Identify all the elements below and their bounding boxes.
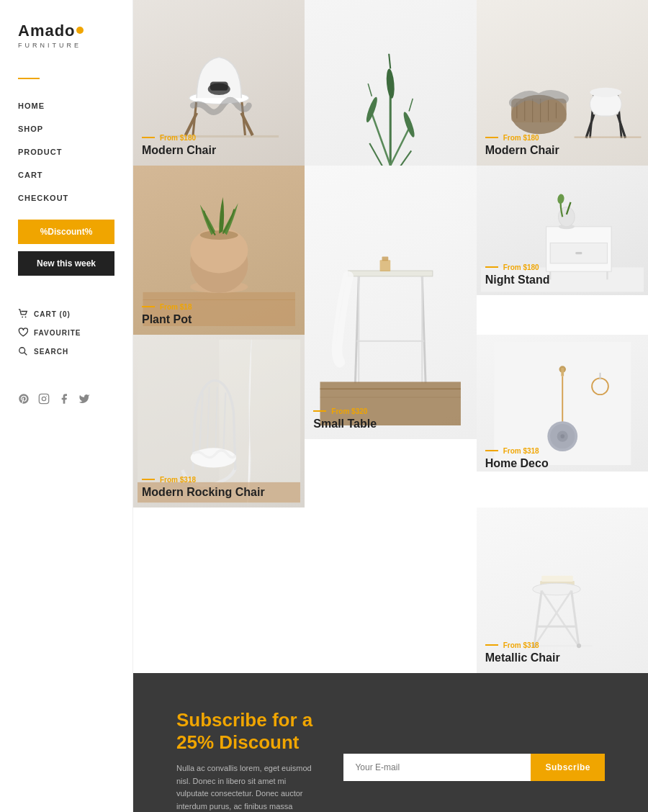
sidebar: Amado FURNITURE HOME SHOP PRODUCT CART C…	[0, 0, 133, 812]
svg-rect-70	[382, 256, 389, 261]
product-info-10: From $318 Metallic Chair	[485, 641, 560, 664]
svg-point-2	[19, 348, 25, 353]
twitter-icon[interactable]	[78, 393, 90, 405]
favourite-label: FAVOURITE	[34, 329, 81, 337]
product-name-6: Night Stand	[485, 273, 550, 287]
product-from-4: From $18	[142, 303, 192, 311]
svg-point-5	[42, 397, 45, 400]
svg-rect-44	[574, 136, 641, 137]
svg-rect-69	[380, 260, 391, 271]
cart-action[interactable]: CART (0)	[18, 304, 114, 323]
subscribe-title-highlight: 25% Discount	[176, 731, 300, 753]
product-name-3: Modern Chair	[485, 143, 559, 157]
svg-line-29	[409, 99, 413, 112]
product-card-6[interactable]: From $180 Night Stand	[477, 166, 648, 295]
search-icon	[18, 346, 28, 356]
logo-area: Amado FURNITURE	[0, 14, 132, 71]
cart-label: CART (0)	[34, 310, 71, 318]
discount-button[interactable]: %Discount%	[18, 220, 114, 244]
product-from-6: From $180	[485, 263, 550, 271]
facebook-icon[interactable]	[58, 393, 70, 405]
svg-rect-91	[541, 575, 572, 581]
product-from-1: From $180	[142, 134, 216, 142]
subscribe-desc: Nulla ac convallis lorem, eget euismod n…	[176, 762, 315, 812]
product-name-5: Small Table	[313, 417, 377, 430]
svg-line-27	[389, 54, 390, 69]
product-card-8[interactable]: From $318 Home Deco	[477, 335, 648, 479]
product-info-7: From $318 Modern Rocking Chair	[142, 476, 265, 499]
smalltable-illustration	[313, 179, 467, 425]
svg-rect-81	[561, 368, 564, 376]
svg-rect-54	[575, 251, 582, 253]
nav-item-home[interactable]: HOME	[18, 94, 114, 117]
product-info-5: From $320 Small Table	[313, 407, 377, 430]
product-card-1[interactable]: From $180 Modern Chair	[133, 0, 305, 166]
nav-item-cart[interactable]: CART	[18, 163, 114, 186]
product-card-3[interactable]: From $180 Modern Chair	[477, 0, 648, 166]
svg-line-20	[372, 114, 391, 166]
subscribe-left: Subscribe for a 25% Discount Nulla ac co…	[176, 709, 315, 812]
svg-point-25	[364, 96, 379, 123]
svg-point-86	[560, 434, 564, 438]
nav-menu: HOME SHOP PRODUCT CART CHECKOUT	[0, 94, 132, 209]
pinterest-icon[interactable]	[18, 393, 30, 405]
product-from-5: From $320	[313, 407, 377, 415]
product-info-6: From $180 Night Stand	[485, 263, 550, 287]
product-from-10: From $318	[485, 641, 560, 649]
svg-point-100	[576, 643, 580, 647]
nav-item-shop[interactable]: SHOP	[18, 117, 114, 140]
svg-line-28	[368, 84, 372, 96]
search-label: SEARCH	[34, 348, 68, 356]
subscribe-form: Subscribe	[343, 754, 605, 781]
product-grid: From $180 Modern Chair	[133, 0, 648, 673]
product-card-7[interactable]: From $318 Modern Rocking Chair	[133, 335, 305, 508]
svg-point-0	[22, 317, 23, 318]
cart-icon	[18, 309, 28, 319]
main-content: From $180 Modern Chair	[133, 0, 648, 812]
svg-point-92	[532, 583, 580, 595]
svg-line-21	[390, 128, 409, 166]
svg-point-6	[46, 396, 47, 397]
sidebar-icons: CART (0) FAVOURITE SEARCH	[0, 294, 132, 371]
product-card-4[interactable]: From $18 Plant Pot	[133, 166, 305, 335]
new-week-button[interactable]: New this week	[18, 251, 114, 276]
svg-line-3	[24, 353, 27, 356]
product-card-5[interactable]: From $320 Small Table	[305, 166, 476, 439]
svg-point-43	[590, 88, 621, 97]
product-info-4: From $18 Plant Pot	[142, 303, 192, 326]
sidebar-buttons: %Discount% New this week	[0, 209, 132, 287]
svg-point-26	[402, 111, 417, 138]
svg-point-50	[200, 230, 238, 240]
search-action[interactable]: SEARCH	[18, 342, 114, 361]
favourite-action[interactable]: FAVOURITE	[18, 323, 114, 342]
product-info-3: From $180 Modern Chair	[485, 134, 559, 157]
subscribe-title-plain: Subscribe for a	[176, 709, 312, 731]
email-input[interactable]	[343, 754, 531, 781]
svg-rect-4	[39, 394, 48, 403]
instagram-icon[interactable]	[38, 393, 50, 405]
social-icons	[0, 379, 132, 419]
nav-item-product[interactable]: PRODUCT	[18, 140, 114, 163]
subscribe-section: Subscribe for a 25% Discount Nulla ac co…	[133, 673, 648, 812]
svg-rect-60	[348, 271, 433, 276]
product-name-10: Metallic Chair	[485, 651, 560, 664]
logo-dot	[76, 27, 84, 34]
product-info-1: From $180 Modern Chair	[142, 134, 216, 157]
product-from-8: From $318	[485, 447, 549, 455]
product-name-8: Home Deco	[485, 456, 549, 470]
brand-sub: FURNITURE	[18, 42, 114, 49]
product-info-8: From $318 Home Deco	[485, 447, 549, 470]
product-name-7: Modern Rocking Chair	[142, 485, 265, 499]
brand-logo[interactable]: Amado	[18, 22, 114, 40]
nav-item-checkout[interactable]: CHECKOUT	[18, 186, 114, 209]
heart-icon	[18, 328, 28, 338]
subscribe-title: Subscribe for a 25% Discount	[176, 709, 315, 754]
svg-point-1	[25, 317, 27, 318]
product-from-7: From $318	[142, 476, 265, 484]
svg-rect-14	[210, 81, 228, 90]
product-name-1: Modern Chair	[142, 143, 216, 157]
subscribe-button[interactable]: Subscribe	[531, 754, 605, 781]
product-card-10[interactable]: From $318 Metallic Chair	[477, 508, 648, 673]
sidebar-divider	[18, 78, 40, 79]
svg-point-24	[386, 68, 396, 99]
